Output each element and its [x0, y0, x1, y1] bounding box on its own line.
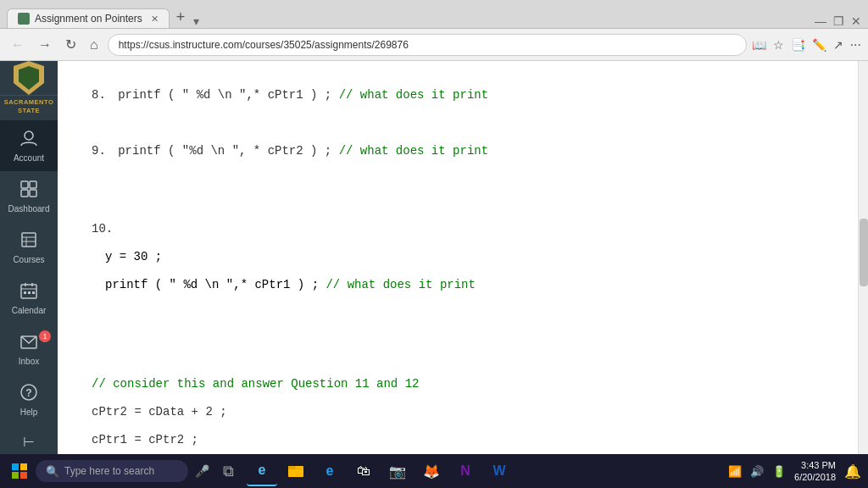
line-8-num: 8. — [92, 88, 106, 102]
sidebar-bottom: ⊢ — [0, 425, 58, 455]
taskview-app[interactable]: ⧉ — [213, 456, 243, 486]
browser-tab[interactable]: Assignment on Pointers ✕ — [7, 8, 170, 28]
svg-rect-22 — [20, 472, 27, 479]
edge-app[interactable]: e — [247, 456, 277, 486]
inbox-label: Inbox — [19, 357, 39, 366]
firefox-app[interactable]: 🦊 — [416, 456, 447, 486]
code-line-10: 10. — [92, 219, 824, 240]
tab-list-button[interactable]: ▾ — [193, 14, 199, 28]
search-placeholder: Type here to search — [64, 465, 154, 477]
main-content[interactable]: 8. printf ( " %d \n ",* cPtr1 ) ; // wha… — [58, 61, 858, 454]
line-10-printf-code: printf ( " %d \n ",* cPtr1 ) ; — [105, 278, 326, 291]
line-9-comment: // what does it print — [339, 144, 488, 158]
notifications-icon[interactable]: 🔔 — [844, 463, 861, 480]
more-button[interactable]: ··· — [850, 37, 861, 53]
microphone-icon[interactable]: 🎤 — [195, 464, 209, 478]
code-cptr2-assign: cPtr2 = cData + 2 ; — [92, 402, 824, 423]
scrollbar-thumb[interactable] — [860, 219, 868, 286]
svg-rect-19 — [12, 463, 19, 470]
volume-icon[interactable]: 🔊 — [750, 465, 764, 478]
search-box[interactable]: 🔍 Type here to search — [36, 460, 188, 482]
courses-icon — [19, 230, 38, 252]
line-9-num: 9. — [92, 144, 106, 158]
svg-rect-13 — [24, 291, 26, 294]
line-9-code: printf ( "%d \n ", * cPtr2 ) ; — [111, 144, 339, 158]
notes-icon[interactable]: ✏️ — [812, 38, 826, 52]
word-app[interactable]: W — [484, 456, 515, 486]
account-icon — [19, 129, 38, 150]
calendar-icon — [19, 281, 38, 302]
code-line-10-printf: printf ( " %d \n ",* cPtr1 ) ; // what d… — [92, 274, 824, 296]
ie-app[interactable]: e — [314, 456, 345, 486]
school-name: SACRAMENTO STATE — [3, 96, 56, 120]
close-button[interactable]: ✕ — [851, 14, 861, 28]
line-10-num: 10. — [92, 222, 113, 236]
sidebar-item-courses[interactable]: Courses — [0, 222, 58, 273]
new-tab-button[interactable]: + — [170, 6, 192, 28]
favorites-icon[interactable]: ☆ — [773, 38, 784, 52]
inbox-icon — [19, 332, 38, 353]
share-icon[interactable]: ↗ — [833, 38, 843, 52]
svg-text:?: ? — [25, 387, 31, 399]
sidebar-item-help[interactable]: ? Help — [0, 374, 58, 425]
collapse-sidebar-button[interactable]: ⊢ — [0, 425, 58, 455]
forward-button[interactable]: → — [34, 36, 56, 54]
refresh-button[interactable]: ↻ — [61, 35, 81, 54]
line-10-comment: // what does it print — [326, 278, 475, 291]
sidebar-item-calendar[interactable]: Calendar — [0, 273, 58, 324]
svg-rect-1 — [21, 190, 28, 197]
tab-title: Assignment on Pointers — [35, 13, 142, 25]
inbox-badge: 1 — [39, 330, 51, 342]
restore-button[interactable]: ❐ — [833, 14, 844, 28]
explorer-app[interactable] — [281, 456, 311, 486]
reading-list-icon[interactable]: 📑 — [791, 38, 805, 52]
network-icon[interactable]: 📶 — [728, 465, 742, 478]
sidebar-item-account[interactable]: Account — [0, 120, 58, 171]
reading-view-icon[interactable]: 📖 — [752, 38, 766, 52]
date-display: 6/20/2018 — [794, 471, 836, 483]
collapse-icon: ⊢ — [23, 434, 35, 450]
svg-rect-5 — [22, 233, 36, 247]
svg-rect-14 — [28, 291, 31, 294]
code-line-8: 8. printf ( " %d \n ",* cPtr1 ) ; // wha… — [92, 85, 824, 106]
home-button[interactable]: ⌂ — [86, 36, 103, 54]
consider-text: // consider this and answer Question 11 … — [92, 377, 419, 391]
svg-rect-21 — [12, 472, 19, 479]
svg-rect-20 — [20, 463, 27, 470]
school-logo — [0, 61, 58, 96]
help-icon: ? — [19, 383, 38, 404]
sidebar-item-dashboard[interactable]: Dashboard — [0, 171, 58, 222]
taskbar-apps: ⧉ e e 🛍 📷 🦊 N W — [213, 456, 515, 486]
svg-rect-2 — [30, 190, 36, 197]
scrollbar-track[interactable] — [858, 61, 868, 454]
sidebar: SACRAMENTO STATE Account Dashb — [0, 61, 58, 454]
svg-rect-15 — [32, 291, 35, 294]
taskbar-right: 📶 🔊 🔋 3:43 PM 6/20/2018 🔔 — [728, 459, 861, 484]
code-line-10-y: y = 30 ; — [92, 247, 824, 268]
address-input[interactable] — [108, 34, 747, 56]
line-8-comment: // what does it print — [339, 88, 488, 102]
account-label: Account — [14, 153, 44, 163]
tab-close-button[interactable]: ✕ — [151, 14, 159, 25]
onenote-app[interactable]: N — [450, 456, 481, 486]
start-button[interactable] — [7, 458, 32, 484]
dashboard-label: Dashboard — [8, 204, 50, 214]
tab-favicon — [18, 13, 30, 25]
taskbar: 🔍 Type here to search 🎤 ⧉ e e 🛍 📷 🦊 N W … — [0, 454, 868, 488]
svg-rect-4 — [30, 181, 36, 188]
svg-point-0 — [25, 131, 33, 140]
dashboard-icon — [19, 180, 38, 201]
store-app[interactable]: 🛍 — [348, 456, 379, 486]
battery-icon[interactable]: 🔋 — [772, 465, 786, 478]
code-consider-comment: // consider this and answer Question 11 … — [92, 374, 824, 395]
back-button[interactable]: ← — [7, 36, 29, 54]
photos-app[interactable]: 📷 — [382, 456, 413, 486]
courses-label: Courses — [13, 255, 44, 264]
cptr2-assign-code: cPtr2 = cData + 2 ; — [92, 405, 227, 419]
time-display: 3:43 PM — [794, 459, 836, 471]
sidebar-item-inbox[interactable]: 1 Inbox — [0, 324, 58, 374]
minimize-button[interactable]: — — [815, 14, 826, 28]
line-8-code: printf ( " %d \n ",* cPtr1 ) ; — [111, 88, 339, 102]
code-cptr1-assign: cPtr1 = cPtr2 ; — [92, 430, 824, 451]
clock[interactable]: 3:43 PM 6/20/2018 — [794, 459, 836, 484]
